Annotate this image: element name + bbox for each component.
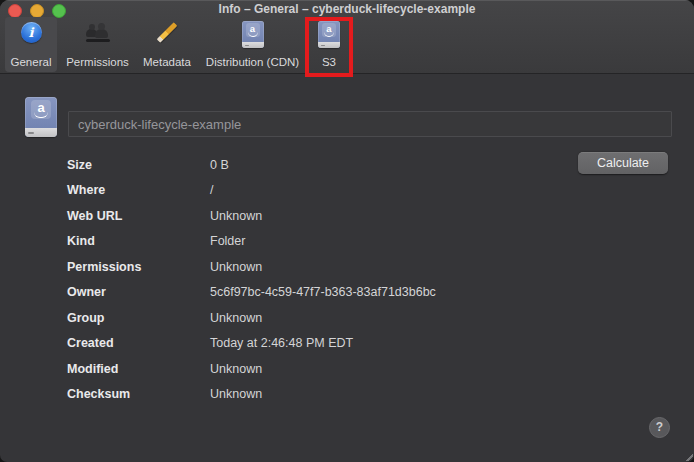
row-value: Unknown (210, 209, 262, 223)
info-window: Info – General – cyberduck-lifecycle-exa… (0, 0, 694, 462)
info-row-checksum: Checksum Unknown (67, 382, 564, 408)
tab-general-label: General (5, 56, 57, 68)
window-title: Info – General – cyberduck-lifecycle-exa… (70, 2, 624, 16)
row-value: Unknown (210, 362, 262, 376)
row-label: Created (67, 336, 210, 350)
row-label: Web URL (67, 209, 210, 223)
row-value: 0 B (210, 158, 229, 172)
tab-permissions[interactable]: Permissions (58, 17, 137, 72)
row-label: Group (67, 311, 210, 325)
row-label: Where (67, 183, 210, 197)
row-label: Owner (67, 285, 210, 299)
minimize-button[interactable] (30, 4, 44, 18)
tab-distribution-cdn[interactable]: a Distribution (CDN) (202, 17, 303, 72)
info-row-created: Created Today at 2:46:48 PM EDT (67, 331, 564, 357)
calculate-button[interactable]: Calculate (578, 152, 668, 174)
row-value: Folder (210, 234, 245, 248)
tab-general[interactable]: i General (5, 17, 57, 72)
info-row-size: Size 0 B (67, 152, 564, 178)
tab-s3[interactable]: a S3 (305, 17, 353, 72)
info-icon: i (21, 22, 42, 43)
info-details: Size 0 B Where / Web URL Unknown Kind Fo… (67, 152, 564, 407)
row-value: 5c6f97bc-4c59-47f7-b363-83af71d3b6bc (210, 285, 436, 299)
tab-metadata[interactable]: Metadata (139, 17, 195, 72)
row-label: Checksum (67, 387, 210, 401)
window-chrome: Info – General – cyberduck-lifecycle-exa… (0, 0, 694, 74)
info-row-where: Where / (67, 178, 564, 204)
info-row-kind: Kind Folder (67, 229, 564, 255)
resize-handle[interactable] (685, 453, 693, 461)
pencil-icon (153, 19, 181, 46)
help-button[interactable]: ? (649, 417, 670, 438)
info-row-modified: Modified Unknown (67, 356, 564, 382)
tab-distribution-cdn-label: Distribution (CDN) (202, 56, 303, 68)
row-value: Today at 2:46:48 PM EDT (210, 336, 353, 350)
info-row-web-url: Web URL Unknown (67, 203, 564, 229)
row-value: / (210, 183, 213, 197)
info-row-permissions: Permissions Unknown (67, 254, 564, 280)
close-button[interactable] (8, 4, 22, 18)
row-label: Kind (67, 234, 210, 248)
users-icon (85, 23, 111, 44)
amazon-drive-icon: a (318, 21, 340, 48)
row-label: Permissions (67, 260, 210, 274)
row-value: Unknown (210, 311, 262, 325)
row-value: Unknown (210, 260, 262, 274)
row-label: Size (67, 158, 210, 172)
traffic-lights (8, 4, 66, 18)
info-row-group: Group Unknown (67, 305, 564, 331)
tab-permissions-label: Permissions (58, 56, 137, 68)
amazon-drive-icon: a (242, 21, 264, 48)
tab-s3-label: S3 (305, 56, 353, 68)
tab-metadata-label: Metadata (139, 56, 195, 68)
bucket-drive-icon: a (25, 97, 57, 137)
row-value: Unknown (210, 387, 262, 401)
row-label: Modified (67, 362, 210, 376)
info-row-owner: Owner 5c6f97bc-4c59-47f7-b363-83af71d3b6… (67, 280, 564, 306)
zoom-button[interactable] (52, 4, 66, 18)
bucket-name-field[interactable] (68, 111, 672, 137)
